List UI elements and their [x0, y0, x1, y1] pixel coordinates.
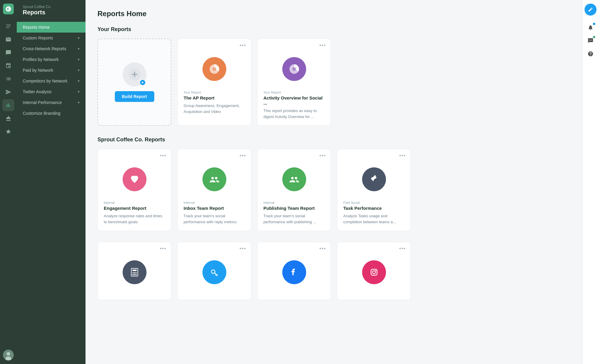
card-menu-dots[interactable]: •••	[239, 42, 246, 49]
card-header: •••	[257, 242, 331, 252]
sidebar-item-customize-branding[interactable]: Customize Branding	[17, 108, 86, 119]
sidebar: Sprout Coffee Co. Reports Reports HomeCu…	[17, 0, 86, 364]
report-card-report-key[interactable]: •••	[177, 242, 251, 300]
rail-icon-pin[interactable]	[2, 60, 14, 72]
svg-point-17	[135, 272, 137, 273]
card-icon-area	[257, 49, 331, 86]
card-body	[178, 289, 251, 300]
rail-icon-messages[interactable]	[2, 47, 14, 59]
report-card-activity-overview[interactable]: ••• Your ReportActivity Overview for Soc…	[257, 39, 331, 126]
sidebar-label-customize-branding: Customize Branding	[23, 111, 60, 116]
report-card-ap-report[interactable]: ••• Your ReportThe AP ReportGroup Awaren…	[177, 39, 251, 126]
page-title: Reports Home	[97, 10, 570, 18]
card-menu-dots[interactable]: •••	[160, 153, 166, 159]
action-bar	[582, 0, 598, 364]
rail-icon-list[interactable]	[2, 73, 14, 85]
card-body: InternalEngagement ReportAnalyze respons…	[98, 196, 171, 231]
card-menu-dots[interactable]: •••	[239, 246, 246, 252]
card-icon-area	[178, 49, 251, 86]
rail-icon-inbox[interactable]	[2, 33, 14, 45]
svg-point-24	[375, 270, 376, 271]
card-icon-area	[178, 252, 251, 289]
card-menu-dots[interactable]: •••	[319, 42, 326, 49]
card-body: InternalInbox Team ReportTrack your team…	[178, 196, 251, 231]
svg-point-15	[132, 272, 134, 273]
report-card-task-performance[interactable]: ••• Paid SocialTask PerformanceAnalyze T…	[337, 149, 411, 231]
card-category: Paid Social	[343, 201, 405, 204]
messages-button[interactable]	[585, 35, 597, 47]
sidebar-item-internal-performance[interactable]: Internal Performance▾	[17, 97, 86, 108]
sidebar-item-twitter-analysis[interactable]: Twitter Analysis▾	[17, 86, 86, 97]
card-desc: Group Awareness, Engagement, Acquisition…	[184, 103, 245, 114]
card-icon-area	[178, 159, 251, 196]
card-icon-circle	[362, 167, 386, 191]
sidebar-label-profiles-by-network: Profiles by Network	[23, 57, 59, 62]
rail-icon-bot[interactable]	[2, 112, 14, 124]
report-card-engagement-report[interactable]: ••• InternalEngagement ReportAnalyze res…	[97, 149, 171, 231]
chat-notification-dot	[593, 36, 595, 38]
card-desc: Analyze Tasks usage and completion betwe…	[343, 213, 405, 225]
rail-icon-publish[interactable]	[2, 86, 14, 98]
notifications-button[interactable]	[585, 22, 597, 33]
card-menu-dots[interactable]: •••	[319, 153, 326, 159]
your-reports-grid: + Build Report ••• Your ReportThe AP Rep…	[97, 39, 570, 126]
chevron-icon-profiles-by-network: ▾	[78, 57, 80, 62]
card-body: Your ReportActivity Overview for Social …	[257, 86, 331, 126]
report-card-report-facebook[interactable]: •••	[257, 242, 331, 300]
svg-point-8	[211, 177, 214, 179]
card-icon-area	[257, 159, 331, 196]
card-header: •••	[178, 39, 251, 49]
sidebar-label-cross-network-reports: Cross-Network Reports	[23, 46, 66, 51]
card-icon-circle	[282, 260, 306, 284]
second-row-grid: ••• ••• ••• •••	[97, 242, 570, 300]
chevron-icon-paid-by-network: ▾	[78, 68, 80, 72]
card-menu-dots[interactable]: •••	[160, 246, 166, 252]
card-menu-dots[interactable]: •••	[399, 246, 406, 252]
sidebar-item-custom-reports[interactable]: Custom Reports▾	[17, 33, 86, 43]
sidebar-item-competitors-by-network[interactable]: Competitors by Network▾	[17, 76, 86, 86]
compose-button[interactable]	[585, 4, 597, 16]
card-menu-dots[interactable]: •••	[399, 153, 406, 159]
rail-icon-analytics[interactable]	[2, 99, 14, 111]
rail-icon-compose[interactable]	[2, 20, 14, 32]
app-logo	[3, 4, 14, 14]
help-button[interactable]	[585, 48, 597, 60]
card-icon-circle	[123, 260, 147, 284]
card-icon-circle	[362, 260, 386, 284]
report-card-report-calc[interactable]: •••	[97, 242, 171, 300]
sidebar-label-custom-reports: Custom Reports	[23, 36, 53, 40]
card-title: The AP Report	[184, 95, 245, 100]
card-title: Publishing Team Report	[263, 206, 325, 211]
build-report-card[interactable]: + Build Report	[97, 39, 171, 126]
card-header: •••	[257, 149, 331, 159]
build-report-button[interactable]: Build Report	[115, 91, 154, 102]
card-icon-circle	[202, 260, 226, 284]
card-menu-dots[interactable]: •••	[319, 246, 326, 252]
sidebar-item-cross-network-reports[interactable]: Cross-Network Reports▾	[17, 43, 86, 54]
rail-icon-star[interactable]	[2, 126, 14, 137]
card-title: Inbox Team Report	[184, 206, 245, 211]
svg-point-20	[135, 274, 137, 275]
card-menu-dots[interactable]: •••	[239, 153, 246, 159]
svg-point-18	[132, 274, 134, 275]
report-card-report-instagram[interactable]: •••	[337, 242, 411, 300]
sidebar-item-reports-home[interactable]: Reports Home	[17, 22, 86, 33]
card-body: InternalPublishing Team ReportTrack your…	[257, 196, 331, 231]
report-card-publishing-team-report[interactable]: ••• InternalPublishing Team ReportTrack …	[257, 149, 331, 231]
card-category: Your Report	[263, 91, 325, 94]
sidebar-label-internal-performance: Internal Performance	[23, 100, 62, 105]
section-title: Reports	[23, 9, 80, 16]
user-avatar[interactable]	[3, 350, 14, 360]
report-card-inbox-team-report[interactable]: ••• InternalInbox Team ReportTrack your …	[177, 149, 251, 231]
build-icon: +	[123, 62, 147, 86]
card-title: Task Performance	[343, 206, 405, 211]
chevron-icon-custom-reports: ▾	[78, 36, 80, 40]
card-icon-area	[337, 159, 411, 196]
sidebar-item-profiles-by-network[interactable]: Profiles by Network▾	[17, 54, 86, 65]
chevron-icon-competitors-by-network: ▾	[78, 79, 80, 83]
chevron-icon-cross-network-reports: ▾	[78, 47, 80, 51]
sidebar-item-paid-by-network[interactable]: Paid by Network▾	[17, 65, 86, 76]
card-header: •••	[178, 149, 251, 159]
svg-point-23	[373, 271, 376, 274]
card-header: •••	[257, 39, 331, 49]
